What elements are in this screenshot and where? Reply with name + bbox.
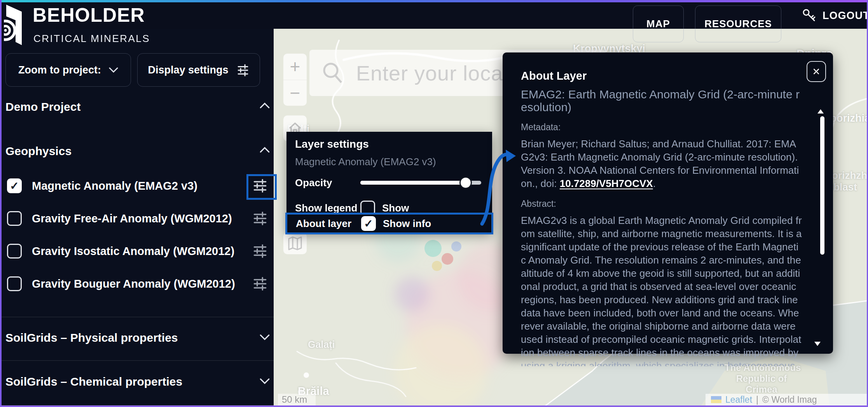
layer-settings-panel: Layer settings Magnetic Anomaly (EMAG2 v… [286, 132, 492, 232]
map-label-galati: Galați [308, 339, 335, 350]
chevron-up-icon[interactable] [260, 147, 270, 153]
metadata-text: Brian Meyer; Richard Saltus; and Arnaud … [521, 137, 802, 190]
layer-settings-icon-isostatic[interactable] [252, 243, 268, 259]
chevron-up-icon[interactable] [260, 103, 270, 108]
soilgrids-physical-header[interactable]: SoilGrids – Physical properties [5, 331, 178, 344]
about-layer-modal: ✕ About Layer EMAG2: Earth Magnetic Anom… [503, 52, 833, 354]
leaflet-link[interactable]: Leaflet [725, 395, 752, 405]
zoom-out-button[interactable]: − [283, 80, 307, 106]
logout-label: LOGOUT [823, 10, 868, 22]
opacity-slider[interactable] [360, 176, 481, 189]
layer-row-magnetic-anomaly: Magnetic Anomaly (EMAG2 v3) [7, 176, 197, 196]
about-layer-row-highlight: About layer Show info [285, 213, 493, 234]
adjustments-icon [236, 63, 250, 77]
map-label-crimea-2: Republic of [725, 373, 798, 384]
opacity-label: Opacity [295, 177, 360, 189]
top-gradient-border [0, 0, 868, 2]
ukraine-flag-icon [711, 396, 721, 403]
layer-checkbox-gravity-isostatic[interactable] [7, 244, 22, 259]
map-label-crimea-3: Crimea [725, 384, 798, 395]
nav-map-button[interactable]: MAP [633, 5, 684, 42]
soilgrids-chemical-header[interactable]: SoilGrids – Chemical properties [5, 375, 182, 388]
chevron-down-icon[interactable] [260, 334, 270, 340]
opacity-slider-fill [360, 181, 466, 185]
layer-label: Gravity Bouguer Anomaly (WGM2012) [32, 278, 235, 290]
metadata-suffix: . [653, 178, 656, 189]
chevron-down-icon [109, 67, 118, 73]
key-icon [802, 8, 817, 23]
geophysics-section-header[interactable]: Geophysics [5, 145, 72, 158]
modal-scrollbar-thumb[interactable] [820, 116, 824, 255]
basemap-button[interactable] [283, 232, 307, 254]
top-navigation-bar: BEHOLDER CRITICAL MINERALS MAP RESOURCES… [2, 2, 867, 29]
layer-settings-layer-name: Magnetic Anomaly (EMAG2 v3) [295, 156, 484, 168]
show-legend-label: Show legend [295, 202, 360, 214]
metadata-label: Metadata: [521, 122, 810, 133]
bottom-border [0, 405, 868, 407]
layer-row-gravity-isostatic: Gravity Isostatic Anomaly (WGM2012) [7, 241, 234, 261]
layer-row-gravity-free-air: Gravity Free-Air Anomaly (WGM2012) [7, 208, 232, 229]
nav-resources-button[interactable]: RESOURCES [695, 5, 781, 42]
show-legend-value: Show [382, 202, 409, 214]
doi-link[interactable]: 10.7289/V5H7OCVX [560, 178, 653, 189]
brand-name: BEHOLDER [33, 4, 145, 26]
map-zoom-controls: + − [283, 54, 307, 106]
opacity-slider-knob[interactable] [459, 176, 472, 189]
layer-checkbox-gravity-free-air[interactable] [7, 211, 22, 226]
logout-button[interactable]: LOGOUT [802, 2, 868, 29]
about-layer-name: EMAG2: Earth Magnetic Anomaly Grid (2-ar… [521, 88, 802, 114]
layer-row-gravity-bouguer: Gravity Bouguer Anomaly (WGM2012) [7, 274, 235, 294]
layer-label: Gravity Isostatic Anomaly (WGM2012) [32, 245, 234, 258]
about-layer-value: Show info [383, 218, 431, 230]
layer-checkbox-gravity-bouguer[interactable] [7, 276, 22, 291]
zoom-in-button[interactable]: + [283, 54, 307, 80]
tutorial-highlight-settings-icon [246, 174, 277, 200]
search-icon [320, 61, 345, 86]
abstract-text: EMAG2v3 is a global Earth Magnetic Anoma… [521, 214, 802, 366]
layers-sidebar: Zoom to project: Display settings Demo P… [2, 29, 274, 405]
beholder-logo-icon [4, 4, 28, 47]
scroll-up-caret-icon[interactable] [817, 109, 824, 114]
project-section-header[interactable]: Demo Project [5, 100, 80, 114]
layer-label: Gravity Free-Air Anomaly (WGM2012) [32, 212, 232, 225]
scroll-down-caret-icon[interactable] [814, 342, 821, 346]
map-scale-bar: 50 km [278, 394, 316, 405]
attribution-copyright: © World Imag [762, 395, 817, 405]
about-layer-checkbox[interactable] [361, 216, 376, 231]
zoom-to-project-dropdown[interactable]: Zoom to project: [5, 53, 131, 87]
display-settings-button[interactable]: Display settings [137, 53, 260, 87]
display-settings-label: Display settings [148, 64, 228, 76]
about-layer-label: About layer [296, 218, 361, 230]
layer-checkbox-magnetic-anomaly[interactable] [7, 178, 22, 193]
layer-settings-icon-bouguer[interactable] [252, 276, 268, 292]
zoom-to-project-label: Zoom to project: [18, 64, 101, 76]
layer-settings-title: Layer settings [295, 138, 484, 150]
layer-settings-icon-free-air[interactable] [252, 210, 268, 227]
scale-label: 50 km [282, 394, 307, 405]
brand-tagline: CRITICAL MINERALS [33, 33, 150, 45]
section-divider [2, 360, 274, 361]
section-divider [2, 317, 274, 317]
abstract-label: Abstract: [521, 199, 810, 209]
left-border [0, 0, 2, 407]
chevron-down-icon[interactable] [260, 378, 270, 384]
layer-label: Magnetic Anomaly (EMAG2 v3) [32, 180, 197, 192]
about-layer-modal-title: About Layer [521, 52, 810, 82]
map-attribution: Leaflet | © World Imag [706, 394, 867, 405]
folded-map-icon [287, 236, 303, 250]
attribution-separator: | [756, 395, 758, 405]
close-icon[interactable]: ✕ [807, 61, 826, 82]
